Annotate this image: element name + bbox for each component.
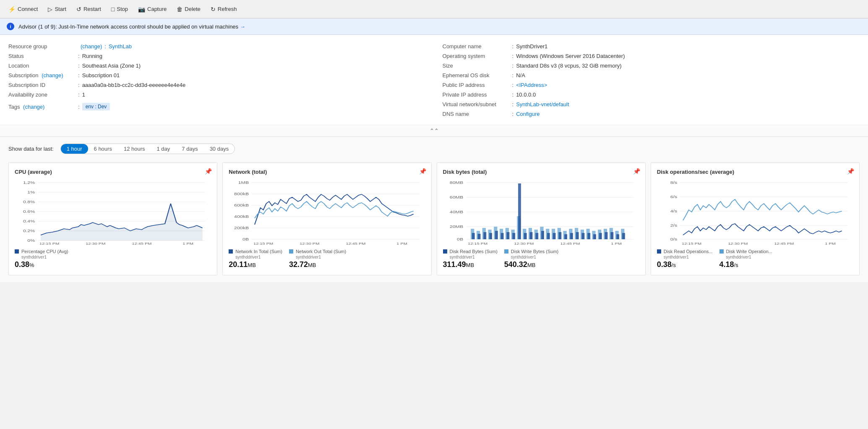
vnet-value[interactable]: SynthLab-vnet/default bbox=[516, 101, 569, 107]
resource-group-value[interactable]: SynthLab bbox=[109, 43, 132, 50]
time-pill-7days[interactable]: 7 days bbox=[176, 144, 203, 154]
status-row: Status : Running bbox=[8, 53, 426, 59]
monitoring-section: Show data for last: 1 hour 6 hours 12 ho… bbox=[0, 136, 868, 282]
info-right-col: Computer name : SynthDriver1 Operating s… bbox=[443, 43, 860, 120]
disk-bytes-chart-area: 80MB 60MB 40MB 20MB 0B 12:15 PM 12:30 PM… bbox=[443, 178, 639, 246]
network-pin-icon[interactable]: 📌 bbox=[419, 168, 426, 175]
os-row: Operating system : Windows (Windows Serv… bbox=[443, 53, 860, 59]
svg-rect-87 bbox=[541, 231, 544, 239]
svg-rect-85 bbox=[529, 232, 532, 239]
size-row: Size : Standard D8s v3 (8 vcpus, 32 GiB … bbox=[443, 63, 860, 69]
network-in-value: 20.11MB bbox=[229, 260, 282, 269]
svg-rect-97 bbox=[599, 233, 602, 239]
private-ip-label: Private IP address bbox=[443, 92, 510, 98]
tags-change-link[interactable]: (change) bbox=[23, 104, 44, 110]
subscription-id-value: aaaa0a0a-bb1b-cc2c-dd3d-eeeeee4e4e4e bbox=[82, 82, 186, 88]
svg-rect-98 bbox=[605, 232, 607, 239]
svg-text:1 PM: 1 PM bbox=[182, 242, 193, 246]
svg-text:1%: 1% bbox=[27, 190, 35, 194]
disk-read-ops-value: 0.38/s bbox=[657, 260, 713, 269]
time-pill-1hour[interactable]: 1 hour bbox=[61, 144, 88, 154]
time-pill-6hours[interactable]: 6 hours bbox=[88, 144, 118, 154]
resource-group-label: Resource group bbox=[8, 43, 76, 50]
svg-rect-92 bbox=[570, 233, 573, 239]
disk-read-sublabel: synthddriver1 bbox=[450, 255, 498, 259]
network-out-swatch bbox=[289, 249, 293, 254]
disk-write-ops-label: Disk Write Operation... bbox=[726, 249, 772, 254]
refresh-button[interactable]: ↻ Refresh bbox=[206, 4, 241, 15]
svg-rect-80 bbox=[500, 233, 503, 239]
charts-grid: CPU (average) 📌 1.2% 1% bbox=[8, 162, 860, 275]
info-icon: i bbox=[7, 23, 14, 30]
svg-text:0%: 0% bbox=[27, 238, 35, 243]
start-button[interactable]: ▷ Start bbox=[44, 4, 70, 15]
ephemeral-value: N/A bbox=[516, 72, 525, 78]
dns-label: DNS name bbox=[443, 111, 510, 117]
svg-text:12:30 PM: 12:30 PM bbox=[300, 242, 320, 246]
restart-button[interactable]: ↺ Restart bbox=[72, 4, 105, 15]
location-row: Location : Southeast Asia (Zone 1) bbox=[8, 63, 426, 69]
disk-ops-pin-icon[interactable]: 📌 bbox=[847, 168, 854, 175]
time-pill-12hours[interactable]: 12 hours bbox=[118, 144, 151, 154]
svg-rect-91 bbox=[564, 234, 567, 239]
svg-text:200kB: 200kB bbox=[234, 226, 249, 230]
location-value: Southeast Asia (Zone 1) bbox=[82, 63, 141, 69]
advisor-link[interactable]: → bbox=[240, 24, 245, 30]
svg-text:0.8%: 0.8% bbox=[23, 200, 35, 204]
resource-group-change-link[interactable]: (change) bbox=[81, 43, 102, 50]
svg-text:0B: 0B bbox=[457, 237, 463, 241]
network-in-legend: Network In Total (Sum) synthddriver1 20.… bbox=[229, 249, 282, 269]
public-ip-value[interactable]: <IPAddress> bbox=[516, 82, 547, 88]
subscription-change-link[interactable]: (change) bbox=[42, 72, 63, 78]
svg-text:60MB: 60MB bbox=[449, 195, 463, 199]
svg-text:1 PM: 1 PM bbox=[611, 242, 622, 246]
subscription-label: Subscription (change) bbox=[8, 72, 76, 78]
svg-text:1MB: 1MB bbox=[238, 180, 249, 185]
start-icon: ▷ bbox=[48, 6, 52, 13]
cpu-chart-title: CPU (average) bbox=[15, 169, 211, 175]
disk-ops-chart-footer: Disk Read Operations... synthddriver1 0.… bbox=[657, 249, 853, 269]
connect-button[interactable]: ⚡ Connect bbox=[4, 4, 42, 15]
cpu-legend-label: Percentage CPU (Avg) bbox=[21, 249, 68, 254]
svg-text:8/s: 8/s bbox=[670, 180, 677, 185]
svg-text:80MB: 80MB bbox=[449, 180, 463, 185]
collapse-bar[interactable]: ⌃⌃ bbox=[0, 125, 868, 136]
disk-bytes-pin-icon[interactable]: 📌 bbox=[633, 168, 640, 175]
capture-button[interactable]: 📷 Capture bbox=[134, 4, 171, 15]
tags-row: Tags (change) : env : Dev bbox=[8, 103, 426, 110]
svg-rect-100 bbox=[616, 234, 619, 239]
cpu-pin-icon[interactable]: 📌 bbox=[205, 168, 212, 175]
computer-name-label: Computer name bbox=[443, 43, 510, 50]
svg-rect-77 bbox=[483, 232, 486, 239]
svg-rect-78 bbox=[489, 233, 492, 239]
connect-icon: ⚡ bbox=[8, 6, 16, 13]
time-pill-1day[interactable]: 1 day bbox=[151, 144, 176, 154]
cpu-chart-footer: Percentage CPU (Avg) synthddriver1 0.38% bbox=[15, 249, 211, 269]
svg-text:1.2%: 1.2% bbox=[23, 180, 35, 185]
dns-value[interactable]: Configure bbox=[516, 111, 540, 117]
chevron-up-icon: ⌃⌃ bbox=[430, 128, 439, 134]
disk-read-label: Disk Read Bytes (Sum) bbox=[450, 249, 498, 254]
public-ip-label: Public IP address bbox=[443, 82, 510, 88]
svg-text:2/s: 2/s bbox=[670, 223, 677, 228]
disk-write-ops-legend: Disk Write Operation... synthddriver1 4.… bbox=[719, 249, 772, 269]
cpu-legend-value: 0.38% bbox=[15, 260, 68, 269]
info-left-col: Resource group (change) : SynthLab Statu… bbox=[8, 43, 426, 120]
stop-icon: □ bbox=[111, 6, 115, 13]
delete-button[interactable]: 🗑 Delete bbox=[172, 4, 205, 15]
dns-row: DNS name : Configure bbox=[443, 111, 860, 117]
disk-read-ops-legend: Disk Read Operations... synthddriver1 0.… bbox=[657, 249, 713, 269]
vnet-row: Virtual network/subnet : SynthLab-vnet/d… bbox=[443, 101, 860, 107]
computer-name-value: SynthDriver1 bbox=[516, 43, 547, 50]
disk-ops-chart-title: Disk operations/sec (average) bbox=[657, 169, 853, 175]
svg-rect-83 bbox=[518, 183, 521, 239]
network-chart-card: Network (total) 📌 1MB 800kB 600kB 400kB bbox=[222, 162, 431, 275]
capture-icon: 📷 bbox=[138, 6, 145, 13]
time-pill-30days[interactable]: 30 days bbox=[204, 144, 235, 154]
svg-text:800kB: 800kB bbox=[234, 192, 249, 196]
svg-text:12:15 PM: 12:15 PM bbox=[468, 242, 487, 246]
stop-button[interactable]: □ Stop bbox=[107, 4, 132, 15]
svg-text:0.4%: 0.4% bbox=[23, 219, 35, 223]
disk-ops-chart-card: Disk operations/sec (average) 📌 8/s 6/s … bbox=[651, 162, 860, 275]
network-out-legend: Network Out Total (Sum) synthddriver1 32… bbox=[289, 249, 346, 269]
